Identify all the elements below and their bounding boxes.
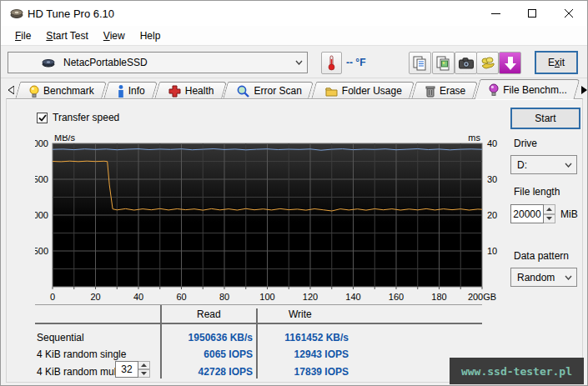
svg-text:40: 40 bbox=[487, 138, 497, 148]
exit-button[interactable]: Exit bbox=[535, 51, 578, 74]
drive-label: Drive bbox=[514, 138, 582, 149]
svg-text:10: 10 bbox=[487, 246, 497, 256]
svg-text:100: 100 bbox=[259, 292, 274, 302]
results-divider bbox=[35, 304, 482, 305]
random-multi-read-value: 42728 IOPS bbox=[165, 366, 253, 378]
menu-file[interactable]: File bbox=[8, 28, 38, 44]
column-separator bbox=[256, 308, 258, 378]
read-column-header: Read bbox=[197, 308, 221, 320]
device-name: NetacPortableSSD bbox=[63, 57, 148, 68]
tab-scroll-right-button[interactable] bbox=[581, 82, 587, 98]
file-length-unit: MiB bbox=[560, 208, 578, 220]
tab-error-scan[interactable]: Error Scan bbox=[225, 82, 311, 99]
info-icon bbox=[118, 85, 124, 98]
svg-text:160: 160 bbox=[389, 292, 404, 302]
data-pattern-label: Data pattern bbox=[514, 250, 582, 262]
tab-erase[interactable]: Erase bbox=[414, 82, 475, 99]
bulb-purple-icon bbox=[489, 83, 499, 96]
tab-benchmark[interactable]: Benchmark bbox=[18, 82, 104, 99]
arrow-right-icon bbox=[581, 86, 587, 94]
svg-text:2000: 2000 bbox=[35, 138, 48, 148]
magnifier-icon bbox=[237, 85, 249, 98]
write-column-header: Write bbox=[289, 308, 312, 320]
tab-strip: Benchmark Info Health Error Scan Folder … bbox=[1, 79, 587, 99]
svg-text:ms: ms bbox=[468, 135, 480, 143]
menu-start-test[interactable]: Start Test bbox=[38, 28, 95, 44]
menu-view[interactable]: View bbox=[96, 28, 133, 44]
file-length-down-button[interactable] bbox=[544, 214, 555, 224]
svg-text:40: 40 bbox=[133, 292, 143, 302]
save-results-button[interactable] bbox=[499, 52, 521, 74]
svg-text:0: 0 bbox=[50, 292, 55, 302]
thermometer-icon bbox=[328, 55, 335, 71]
copy-text-icon bbox=[413, 56, 427, 71]
arrow-up-icon bbox=[546, 208, 552, 211]
app-disk-icon bbox=[10, 8, 23, 19]
copy-image-button[interactable] bbox=[432, 52, 455, 74]
donate-button[interactable] bbox=[476, 52, 499, 74]
svg-text:500: 500 bbox=[35, 246, 48, 256]
temperature-button[interactable] bbox=[321, 52, 342, 74]
hd-tune-window: HD Tune Pro 6.10 File Start Test View He… bbox=[0, 0, 588, 386]
chevron-down-icon bbox=[560, 163, 576, 168]
folder-icon bbox=[325, 86, 338, 97]
sequential-read-value: 1950636 KB/s bbox=[165, 332, 253, 343]
benchmark-chart-area: 20001500100050040302010MB/sms02040608010… bbox=[35, 135, 502, 306]
queue-depth-input[interactable]: 32 bbox=[115, 361, 138, 378]
file-benchmark-page: Transfer speed 20001500100050040302010MB… bbox=[6, 98, 583, 383]
window-title: HD Tune Pro 6.10 bbox=[28, 8, 114, 20]
close-button[interactable] bbox=[550, 1, 587, 26]
svg-text:140: 140 bbox=[345, 292, 360, 302]
file-length-input[interactable]: 20000 bbox=[510, 204, 544, 223]
benchmark-chart: 20001500100050040302010MB/sms02040608010… bbox=[35, 135, 502, 306]
row-label-random-multi: 4 KiB random multi bbox=[37, 366, 121, 378]
svg-text:180: 180 bbox=[431, 292, 446, 302]
bulb-yellow-icon bbox=[29, 85, 39, 98]
arrow-up-icon bbox=[141, 363, 147, 367]
queue-depth-up-button[interactable] bbox=[138, 361, 150, 369]
toolbar: NetacPortableSSD -- °F Exit bbox=[1, 45, 587, 78]
arrow-down-icon bbox=[141, 372, 147, 375]
maximize-button[interactable] bbox=[514, 1, 550, 26]
svg-text:1000: 1000 bbox=[35, 210, 48, 220]
random-single-write-value: 12943 IOPS bbox=[261, 348, 349, 360]
svg-text:1500: 1500 bbox=[35, 174, 48, 184]
tab-health[interactable]: Health bbox=[157, 82, 224, 99]
tab-folder-usage[interactable]: Folder Usage bbox=[314, 82, 412, 99]
svg-text:MB/s: MB/s bbox=[54, 135, 76, 143]
tab-scroll-left-button[interactable] bbox=[8, 82, 14, 98]
tab-file-benchmark[interactable]: File Benchm... bbox=[477, 79, 577, 99]
check-icon bbox=[38, 114, 47, 122]
temperature-value: -- °F bbox=[346, 57, 365, 68]
camera-icon bbox=[459, 58, 474, 69]
random-single-read-value: 6065 IOPS bbox=[165, 348, 253, 360]
data-pattern-select[interactable]: Random bbox=[510, 268, 577, 287]
sequential-write-value: 1161452 KB/s bbox=[261, 332, 349, 343]
svg-text:20: 20 bbox=[487, 210, 497, 220]
transfer-speed-checkbox[interactable] bbox=[37, 113, 48, 123]
drive-value: D: bbox=[517, 159, 527, 171]
chevron-down-icon bbox=[290, 60, 307, 65]
copy-text-button[interactable] bbox=[409, 52, 431, 74]
arrow-down-icon bbox=[546, 217, 552, 220]
row-label-sequential: Sequential bbox=[37, 332, 84, 343]
tab-info[interactable]: Info bbox=[106, 82, 155, 99]
file-length-label: File length bbox=[514, 186, 582, 198]
menu-help[interactable]: Help bbox=[133, 28, 168, 44]
minimize-icon bbox=[491, 9, 500, 18]
drive-select[interactable]: D: bbox=[510, 155, 577, 174]
copy-image-icon bbox=[436, 56, 450, 71]
queue-depth-down-button[interactable] bbox=[138, 369, 150, 378]
minimize-button[interactable] bbox=[477, 1, 514, 26]
start-button[interactable]: Start bbox=[510, 108, 580, 129]
device-select[interactable]: NetacPortableSSD bbox=[8, 52, 308, 73]
download-arrow-icon bbox=[505, 57, 516, 70]
file-length-up-button[interactable] bbox=[544, 204, 555, 214]
trash-icon bbox=[425, 85, 435, 98]
hand-coins-icon bbox=[480, 57, 495, 70]
screenshot-button[interactable] bbox=[455, 52, 477, 74]
data-pattern-value: Random bbox=[517, 272, 555, 283]
svg-text:120: 120 bbox=[303, 292, 318, 302]
menu-bar: File Start Test View Help bbox=[1, 26, 587, 45]
close-icon bbox=[565, 9, 573, 18]
